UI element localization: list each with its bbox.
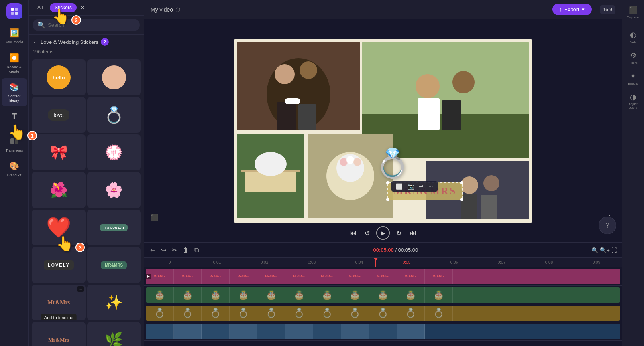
track-item-11: Mr&Mrs bbox=[425, 269, 453, 284]
sidebar-item-transitions[interactable]: Transitions bbox=[2, 132, 27, 156]
content-library-icon: 📚 bbox=[9, 81, 20, 93]
cake-item-6: 🎂 bbox=[285, 287, 313, 303]
sidebar-item-your-media[interactable]: 🖼️ Your media bbox=[2, 24, 27, 47]
back-arrow-icon: ← bbox=[33, 39, 38, 45]
app-logo[interactable] bbox=[6, 3, 22, 19]
sidebar-item-content-library[interactable]: 📚 Content library bbox=[2, 78, 27, 106]
export-button[interactable]: ↑ Export ▾ bbox=[552, 4, 592, 15]
sticker-flowers2[interactable]: 🌸 bbox=[87, 172, 141, 208]
svg-rect-11 bbox=[298, 104, 316, 130]
ring-sticker-overlay[interactable]: 💍 bbox=[375, 147, 410, 180]
sticker-flip-btn[interactable]: 📷 bbox=[406, 182, 415, 190]
search-input[interactable] bbox=[48, 22, 135, 28]
captions-icon: ⬛ bbox=[629, 6, 638, 15]
badge-number-2: 2 bbox=[101, 38, 109, 46]
zoom-in-btn[interactable]: 🔍+ bbox=[600, 247, 610, 253]
svg-rect-4 bbox=[10, 138, 14, 144]
svg-rect-33 bbox=[481, 195, 497, 219]
duplicate-btn[interactable]: ⧉ bbox=[193, 245, 200, 255]
sticker-crop-btn[interactable]: ⬜ bbox=[395, 182, 403, 190]
ring-item-5: 💍 bbox=[257, 306, 285, 321]
svg-rect-3 bbox=[15, 12, 18, 15]
more-button[interactable]: ··· bbox=[77, 286, 84, 292]
ring-sticker-visual: 💍 bbox=[104, 106, 124, 125]
timeline-ruler: 0 0:01 0:02 0:03 0:04 0:05 0:06 0:07 0:0… bbox=[144, 258, 622, 267]
filters-icon: ⚙ bbox=[630, 51, 636, 60]
undo-btn[interactable]: ↩ bbox=[149, 245, 157, 255]
collage-item-5 bbox=[257, 324, 285, 339]
sticker-flowers3[interactable]: 🌿 bbox=[87, 322, 141, 346]
track-item-6: Mr&Mrs bbox=[285, 269, 313, 284]
sticker-mr-mrs-green[interactable]: MR&MRS bbox=[87, 247, 141, 283]
sticker-hello[interactable]: hello bbox=[32, 59, 86, 95]
collage-item-10 bbox=[397, 324, 425, 339]
rewind-5-btn[interactable]: ↺ bbox=[363, 228, 371, 239]
sticker-our-day[interactable]: IT'S OUR DAY bbox=[87, 210, 141, 245]
ring-item-4: 💍 bbox=[230, 306, 257, 321]
sticker-lovely[interactable]: LOVELY bbox=[32, 247, 86, 283]
sticker-bow[interactable]: 🎀 bbox=[32, 134, 86, 170]
forward-5-btn[interactable]: ↻ bbox=[395, 228, 403, 239]
sticker-ring[interactable]: 💍 bbox=[87, 97, 141, 133]
sticker-mr-mrs-alt[interactable]: Mr&Mrs bbox=[32, 322, 86, 346]
sticker-flowers[interactable]: 🌺 bbox=[32, 172, 86, 208]
timeline-scroll[interactable]: 0 0:01 0:02 0:03 0:04 0:05 0:06 0:07 0:0… bbox=[144, 258, 622, 346]
track-play-btn[interactable]: ▶ bbox=[146, 274, 151, 279]
right-adjust-colors[interactable]: ◑ Adjust colors bbox=[624, 90, 643, 113]
delete-btn[interactable]: 🗑 bbox=[181, 245, 190, 255]
zoom-fit-btn[interactable]: ⛶ bbox=[611, 247, 617, 253]
search-input-wrap: 🔍 bbox=[33, 19, 140, 31]
svg-rect-1 bbox=[15, 8, 18, 11]
sidebar-item-text[interactable]: T Text bbox=[2, 108, 27, 131]
sticker-flower-ring[interactable]: 💮 bbox=[87, 134, 141, 170]
sticker-mr-mrs-dark[interactable]: ··· Mr&Mrs Add to timeline bbox=[32, 285, 86, 320]
sticker-heart[interactable]: ❤️ bbox=[32, 210, 86, 245]
sticker-edit-btn[interactable]: ↩ bbox=[418, 182, 424, 190]
right-fade[interactable]: ◐ Fade bbox=[624, 28, 643, 47]
search-icon: 🔍 bbox=[37, 21, 45, 29]
sticker-more-btn[interactable]: ··· bbox=[428, 182, 434, 190]
track-text-content[interactable]: ▶ Mr&Mrs Mr&Mrs Mr&Mrs Mr&Mrs Mr&Mrs Mr&… bbox=[146, 269, 620, 284]
ring-item-1: 💍 bbox=[146, 306, 174, 321]
cake-item-3: 🎂 bbox=[202, 287, 230, 303]
sticker-pink-dots[interactable]: ✨ bbox=[87, 285, 141, 320]
tab-stickers[interactable]: Stickers bbox=[50, 3, 77, 12]
close-tab-icon[interactable]: ✕ bbox=[79, 4, 86, 11]
track-cake-content[interactable]: 🎂 🎂 🎂 🎂 🎂 🎂 🎂 🎂 🎂 🎂 🎂 bbox=[146, 287, 620, 303]
sidebar-item-brand-kit[interactable]: 🎨 Brand kit bbox=[2, 157, 27, 180]
right-divider-1 bbox=[627, 25, 640, 25]
zoom-out-btn[interactable]: 🔍 bbox=[591, 247, 598, 253]
collage-item-3 bbox=[202, 324, 230, 339]
cake-item-5: 🎂 bbox=[257, 287, 285, 303]
track-ring-repeat: 💍 💍 💍 💍 💍 💍 💍 💍 💍 💍 💍 bbox=[146, 306, 620, 321]
add-to-timeline-tooltip: Add to timeline bbox=[41, 314, 77, 320]
right-effects[interactable]: ✦ Effects bbox=[624, 69, 643, 88]
track-ring-content[interactable]: 💍 💍 💍 💍 💍 💍 💍 💍 💍 💍 💍 bbox=[146, 306, 620, 321]
love-badge-visual: love bbox=[48, 109, 69, 121]
photo-1 bbox=[237, 42, 360, 130]
sidebar-item-record-create[interactable]: ⏺️ Record & create bbox=[2, 49, 27, 77]
track-ring: 💍 💍 💍 💍 💍 💍 💍 💍 💍 💍 💍 bbox=[144, 304, 622, 322]
ring-item-10: 💍 bbox=[397, 306, 425, 321]
sticker-peach[interactable] bbox=[87, 59, 141, 95]
skip-forward-btn[interactable]: ⏭ bbox=[408, 227, 418, 239]
tab-all[interactable]: All bbox=[33, 3, 47, 12]
collage-item-8 bbox=[341, 324, 369, 339]
track-collage-content[interactable] bbox=[146, 324, 620, 339]
redo-btn[interactable]: ↪ bbox=[160, 245, 167, 255]
timeline-content: 0 0:01 0:02 0:03 0:04 0:05 0:06 0:07 0:0… bbox=[144, 258, 622, 341]
effects-icon: ✦ bbox=[630, 72, 636, 81]
sticker-love[interactable]: love bbox=[32, 97, 86, 133]
peach-circle-visual bbox=[102, 65, 126, 89]
cut-btn[interactable]: ✂ bbox=[171, 245, 178, 255]
skip-back-btn[interactable]: ⏮ bbox=[348, 227, 358, 239]
right-captions[interactable]: ⬛ Captions bbox=[624, 3, 643, 22]
play-pause-btn[interactable]: ▶ bbox=[376, 226, 390, 240]
captions-canvas-btn[interactable]: ⬛ bbox=[151, 214, 159, 221]
help-fab[interactable]: ? bbox=[599, 217, 616, 234]
breadcrumb[interactable]: ← Love & Wedding Stickers 2 bbox=[29, 35, 144, 47]
track-item-2: Mr&Mrs bbox=[174, 269, 202, 284]
timeline-time: 00:05.00 / 00:05.00 bbox=[373, 247, 418, 253]
right-filters[interactable]: ⚙ Filters bbox=[624, 48, 643, 67]
svg-point-9 bbox=[300, 61, 317, 79]
